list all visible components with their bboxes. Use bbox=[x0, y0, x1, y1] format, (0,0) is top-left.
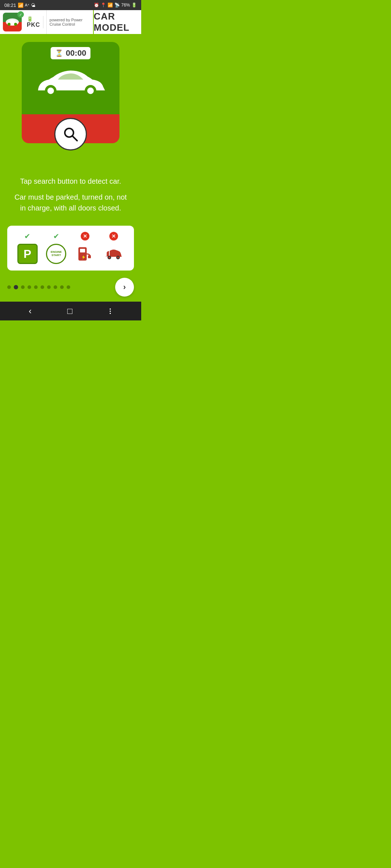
engine-icon: ENGINESTART bbox=[45, 243, 67, 265]
dot-7 bbox=[54, 285, 57, 289]
pagination-area: › bbox=[7, 276, 134, 298]
charging-icon-area bbox=[74, 243, 96, 265]
condition-engine: ✔ ENGINESTART bbox=[45, 231, 67, 265]
location-icon: 📍 bbox=[101, 3, 106, 8]
condition-charging: ✕ bbox=[74, 231, 96, 265]
alarm-icon: ⏰ bbox=[94, 3, 99, 8]
charging-check-no-icon: ✕ bbox=[81, 232, 89, 241]
battery-icon: 🔋 bbox=[131, 3, 137, 8]
charging-svg bbox=[75, 244, 95, 264]
pkc-battery: 🔋 bbox=[27, 16, 40, 22]
instruction-line2: Car must be parked, turned on, not in ch… bbox=[11, 192, 130, 213]
timer-badge: ⏳ 00:00 bbox=[51, 47, 91, 59]
engine-circle: ENGINESTART bbox=[46, 244, 66, 264]
svg-point-15 bbox=[117, 257, 119, 259]
dot-0 bbox=[7, 285, 11, 289]
dot-6 bbox=[47, 285, 51, 289]
dot-5 bbox=[41, 285, 44, 289]
condition-doors: ✕ bbox=[103, 231, 125, 265]
logo-area: ✓ 🔋 PKC bbox=[0, 10, 47, 34]
dot-8 bbox=[60, 285, 64, 289]
parked-check: ✔ bbox=[23, 231, 32, 241]
status-bar: 08:21 📶 Aˣ 🌤 ⏰ 📍 📶 📡 76% 🔋 bbox=[0, 0, 141, 10]
card-top-green: ⏳ 00:00 bbox=[22, 42, 119, 114]
hourglass-icon: ⏳ bbox=[55, 49, 63, 57]
search-button[interactable] bbox=[54, 118, 87, 150]
powered-by-text: powered by Power Cruise Control bbox=[47, 10, 94, 34]
car-detection-card: ⏳ 00:00 bbox=[22, 42, 119, 143]
doors-check-no-icon: ✕ bbox=[109, 232, 118, 241]
parked-check-ok-icon: ✔ bbox=[24, 232, 30, 241]
svg-rect-11 bbox=[88, 255, 91, 258]
sun-icon: 🌤 bbox=[31, 3, 35, 8]
logo-icon: ✓ bbox=[3, 13, 22, 31]
svg-rect-10 bbox=[80, 249, 85, 252]
doors-svg bbox=[104, 244, 124, 264]
nav-bar: ‹ □ ⫶ bbox=[0, 302, 141, 320]
page-dots bbox=[7, 285, 70, 289]
doors-icon-area bbox=[103, 243, 125, 265]
pkc-area: 🔋 PKC bbox=[24, 16, 43, 28]
wifi-icon: 📶 bbox=[108, 3, 113, 8]
search-icon bbox=[62, 125, 79, 143]
next-button[interactable]: › bbox=[115, 278, 134, 297]
header-title-area: CAR MODEL bbox=[94, 10, 141, 34]
parking-box: P bbox=[17, 244, 38, 264]
dot-4 bbox=[34, 285, 38, 289]
svg-point-4 bbox=[47, 88, 54, 94]
status-left: 08:21 📶 Aˣ 🌤 bbox=[4, 3, 35, 8]
dot-1 bbox=[14, 285, 18, 289]
svg-point-6 bbox=[87, 88, 94, 94]
signal-icon: 📡 bbox=[114, 3, 120, 8]
dot-9 bbox=[67, 285, 70, 289]
time-display: 08:21 bbox=[4, 3, 16, 8]
parked-icon: P bbox=[17, 243, 38, 265]
pkc-label: PKC bbox=[27, 22, 40, 28]
engine-check: ✔ bbox=[51, 231, 61, 241]
battery-percent: 76% bbox=[121, 3, 130, 8]
back-button[interactable]: ‹ bbox=[26, 303, 34, 319]
timer-display: 00:00 bbox=[66, 48, 86, 58]
car-silhouette bbox=[31, 65, 110, 103]
doors-check: ✕ bbox=[109, 231, 118, 241]
home-button[interactable]: □ bbox=[64, 303, 76, 319]
logo-checkmark: ✓ bbox=[17, 11, 24, 18]
svg-point-1 bbox=[8, 23, 10, 26]
recents-button[interactable]: ⫶ bbox=[105, 303, 115, 319]
battery-charging-icon: 🔋 bbox=[27, 16, 33, 22]
car-svg bbox=[31, 65, 110, 101]
instructions-area: Tap search button to detect car. Car mus… bbox=[11, 176, 130, 218]
conditions-card: ✔ P ✔ ENGINESTART ✕ bbox=[7, 226, 134, 271]
status-right: ⏰ 📍 📶 📡 76% 🔋 bbox=[94, 3, 137, 8]
instruction-line1: Tap search button to detect car. bbox=[11, 176, 130, 187]
engine-check-ok-icon: ✔ bbox=[53, 232, 59, 241]
charging-check: ✕ bbox=[80, 231, 90, 241]
car-model-title: CAR MODEL bbox=[94, 11, 141, 33]
dot-3 bbox=[28, 285, 31, 289]
app-header: ✓ 🔋 PKC powered by Power Cruise Control … bbox=[0, 10, 141, 35]
condition-parked: ✔ P bbox=[17, 231, 38, 265]
sim-icon: 📶 bbox=[18, 3, 24, 8]
car-logo-icon bbox=[5, 16, 20, 28]
svg-line-8 bbox=[72, 136, 77, 141]
svg-point-13 bbox=[109, 257, 110, 259]
dot-2 bbox=[21, 285, 25, 289]
main-content: ⏳ 00:00 bbox=[0, 35, 141, 302]
svg-point-2 bbox=[14, 23, 17, 26]
ax-icon: Aˣ bbox=[25, 3, 29, 8]
